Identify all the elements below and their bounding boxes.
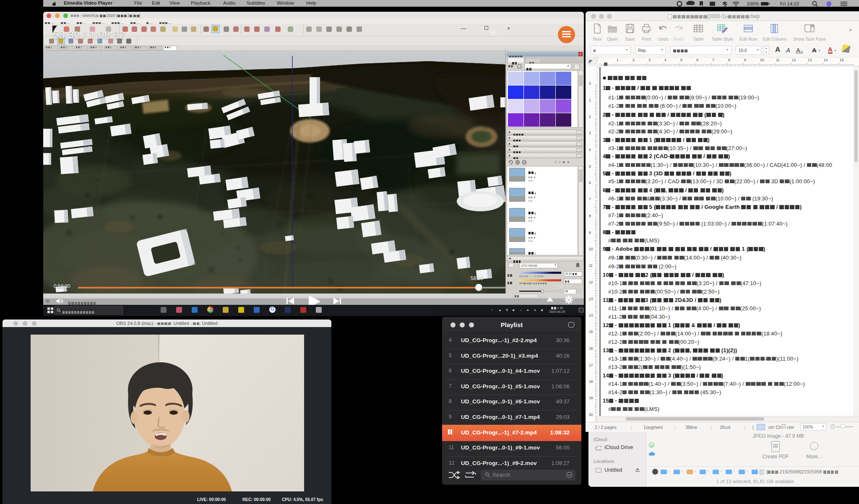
svg-text:100%: 100% (747, 1, 759, 6)
svg-text:Fri 14:22: Fri 14:22 (780, 1, 799, 6)
